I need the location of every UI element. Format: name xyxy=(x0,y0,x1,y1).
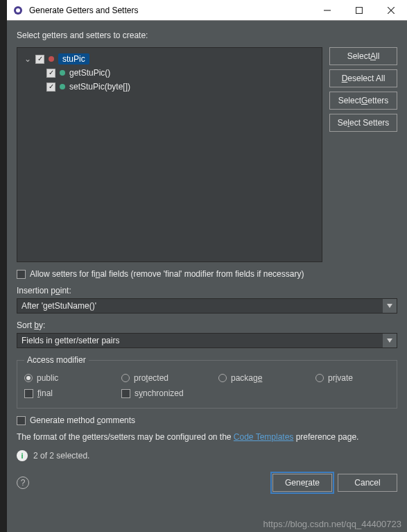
synchronized-checkbox[interactable]: synchronized xyxy=(121,388,218,398)
generate-comments-row[interactable]: Generate method comments xyxy=(17,415,397,425)
access-modifier-legend: Access modifier xyxy=(24,355,89,365)
format-hint: The format of the getters/setters may be… xyxy=(17,432,397,442)
public-radio[interactable]: public xyxy=(24,373,94,383)
field-label: stuPic xyxy=(58,53,89,65)
status-row: i 2 of 2 selected. xyxy=(17,450,397,461)
sort-by-label: Sort by: xyxy=(17,320,397,330)
code-templates-link[interactable]: Code Templates xyxy=(234,432,294,442)
editor-gutter xyxy=(0,0,7,532)
allow-final-checkbox[interactable] xyxy=(17,270,26,279)
insertion-point-label: Insertion point: xyxy=(17,286,397,295)
minimize-button[interactable] xyxy=(311,0,343,21)
help-icon[interactable]: ? xyxy=(17,477,29,489)
method-icon xyxy=(60,84,65,89)
package-radio[interactable]: package xyxy=(218,373,288,383)
dialog-content: Select getters and setters to create: ⌄ … xyxy=(7,21,407,532)
insertion-point-value: After 'getStuName()' xyxy=(21,301,96,311)
dialog-footer: ? Generate Cancel xyxy=(17,474,397,492)
access-modifier-group: Access modifier public protected package… xyxy=(17,355,397,409)
private-radio[interactable]: private xyxy=(315,373,385,383)
info-icon: i xyxy=(17,450,28,461)
eclipse-icon xyxy=(12,5,24,16)
sort-by-value: Fields in getter/setter pairs xyxy=(21,336,119,345)
dropdown-icon[interactable] xyxy=(383,299,397,313)
tree-field-row[interactable]: ⌄ stuPic xyxy=(21,52,318,66)
svg-rect-3 xyxy=(356,7,363,13)
close-button[interactable] xyxy=(375,0,407,21)
tree-setter-row[interactable]: setStuPic(byte[]) xyxy=(21,80,318,94)
setter-label: setStuPic(byte[]) xyxy=(69,82,130,92)
allow-final-row[interactable]: Allow setters for final fields (remove '… xyxy=(17,269,397,279)
chevron-down-icon[interactable]: ⌄ xyxy=(24,54,31,64)
svg-point-1 xyxy=(16,8,20,12)
dropdown-icon[interactable] xyxy=(383,334,397,347)
member-tree[interactable]: ⌄ stuPic getStuPic() setStuPic(byte[]) xyxy=(17,47,322,262)
select-getters-button[interactable]: Select Getters xyxy=(329,92,397,110)
generate-button[interactable]: Generate xyxy=(272,474,332,492)
field-checkbox[interactable] xyxy=(35,55,44,64)
field-icon xyxy=(49,56,54,62)
cancel-button[interactable]: Cancel xyxy=(338,474,397,492)
deselect-all-button[interactable]: Deselect All xyxy=(329,69,397,87)
allow-final-label: Allow setters for final fields (remove '… xyxy=(30,269,304,279)
status-text: 2 of 2 selected. xyxy=(33,451,89,461)
title-bar: Generate Getters and Setters xyxy=(7,0,407,21)
protected-radio[interactable]: protected xyxy=(121,373,191,383)
insertion-point-select[interactable]: After 'getStuName()' xyxy=(17,298,397,314)
select-all-button[interactable]: Select All xyxy=(329,47,397,65)
instruction-label: Select getters and setters to create: xyxy=(17,31,397,40)
sort-by-select[interactable]: Fields in getter/setter pairs xyxy=(17,333,397,348)
select-setters-button[interactable]: Select Setters xyxy=(329,114,397,132)
maximize-button[interactable] xyxy=(343,0,375,21)
generate-comments-checkbox[interactable] xyxy=(17,416,26,425)
generate-comments-label: Generate method comments xyxy=(30,415,135,425)
setter-checkbox[interactable] xyxy=(46,83,55,92)
tree-getter-row[interactable]: getStuPic() xyxy=(21,66,318,80)
getter-checkbox[interactable] xyxy=(46,69,55,78)
window-title: Generate Getters and Setters xyxy=(29,6,311,15)
final-checkbox[interactable]: final xyxy=(24,388,94,398)
getter-label: getStuPic() xyxy=(69,68,110,78)
method-icon xyxy=(60,70,65,76)
selection-buttons: Select All Deselect All Select Getters S… xyxy=(329,47,397,262)
